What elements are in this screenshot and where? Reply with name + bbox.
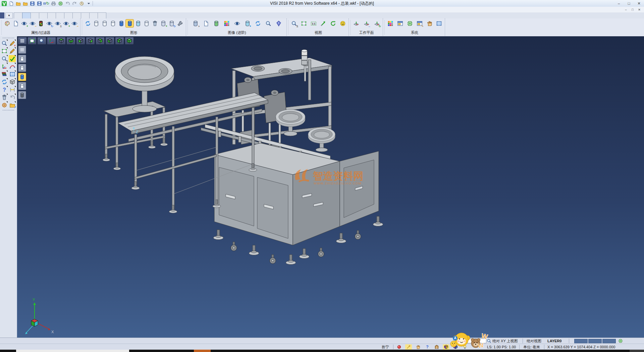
view-cube-bottom-icon[interactable] <box>66 37 75 45</box>
select-zoom-icon[interactable] <box>1 40 8 47</box>
visi-logo-icon[interactable] <box>1 1 7 6</box>
confirm-check-icon[interactable] <box>9 55 16 62</box>
view-cube-iso-icon[interactable] <box>115 37 124 45</box>
mdi-restore-button[interactable]: □ <box>629 8 636 11</box>
menu-系统[interactable] <box>66 7 72 12</box>
menu-尺寸标注[interactable] <box>54 7 60 12</box>
shaded-edges-body-icon[interactable] <box>126 19 133 27</box>
mdi-close-button[interactable]: ✕ <box>636 8 643 11</box>
status-cube-icon[interactable] <box>443 344 449 350</box>
3d-model[interactable]: Z 智造资料网 WWW.ZHIZAOZILIAO.COM <box>17 36 644 338</box>
delete-icon[interactable] <box>1 94 8 101</box>
save-body-icon[interactable]: + <box>159 19 167 27</box>
display-hidden-icon[interactable] <box>18 64 26 72</box>
history-icon[interactable] <box>78 1 85 6</box>
quick-access-dropdown-icon[interactable] <box>86 1 92 6</box>
save-sync-icon[interactable]: ↻ <box>43 1 49 6</box>
view-cube-top-icon[interactable] <box>57 37 66 45</box>
attribute-palette-icon[interactable] <box>3 19 11 27</box>
view-mode-label[interactable]: 绝对视图 <box>527 338 541 344</box>
view-cube-right-icon[interactable] <box>86 37 95 45</box>
page-preview-icon[interactable] <box>12 19 19 27</box>
search-input[interactable] <box>453 339 486 343</box>
tab-建模[interactable] <box>39 12 48 18</box>
layer-stack-icon[interactable] <box>1 71 8 78</box>
zoom-dynamic-icon[interactable]: ± <box>290 19 298 27</box>
status-help-icon[interactable] <box>424 344 431 350</box>
redo-icon[interactable] <box>71 1 77 6</box>
body-tools-icon[interactable] <box>176 19 184 27</box>
spline-icon[interactable] <box>9 63 16 70</box>
visibility-plus-icon[interactable]: + <box>62 19 70 27</box>
tab-曲面[interactable] <box>47 12 56 18</box>
undo-icon[interactable] <box>64 1 70 6</box>
status-package-icon[interactable] <box>433 344 440 350</box>
display-list-icon[interactable] <box>18 46 26 54</box>
menu-?[interactable] <box>109 7 115 12</box>
blue-grid-icon[interactable] <box>9 71 16 78</box>
open-file-icon[interactable] <box>15 1 21 6</box>
menu-塑模[interactable] <box>85 7 91 12</box>
view-list-icon[interactable] <box>18 37 27 45</box>
tab-尺寸[interactable] <box>56 12 64 18</box>
active-layer-label[interactable]: LAYER0 <box>547 338 561 344</box>
menu-工程图[interactable] <box>60 7 66 12</box>
units-readout[interactable]: 单位: 毫米 <box>523 344 540 350</box>
menu-实体编辑[interactable] <box>30 7 36 12</box>
menu-冲模[interactable] <box>91 7 97 12</box>
zoom-box-icon[interactable] <box>1 47 8 54</box>
mdi-minimize-button[interactable]: – <box>623 8 629 11</box>
view-magnifier-icon[interactable] <box>37 37 46 45</box>
search-icon[interactable] <box>486 338 492 344</box>
tab-应用[interactable] <box>64 12 73 18</box>
ghost-body-icon[interactable] <box>109 19 117 27</box>
zoom-1to1-icon[interactable] <box>310 19 317 27</box>
workplane-icon[interactable] <box>352 19 360 27</box>
view-cube-back-icon[interactable] <box>105 37 114 45</box>
menu-标准件[interactable] <box>97 7 103 12</box>
display-shaded-icon[interactable] <box>18 73 26 81</box>
erase-sketch-icon[interactable]: ✕ <box>9 40 16 47</box>
display-wire-icon[interactable] <box>18 55 26 63</box>
visibility-toggle-icon[interactable]: ± <box>54 19 61 27</box>
status-view-cube-icon[interactable] <box>452 344 459 350</box>
minimize-button[interactable]: – <box>614 0 624 7</box>
menu-加工[interactable] <box>78 7 85 12</box>
status-lamp-icon[interactable] <box>462 344 468 350</box>
visibility-minus-icon[interactable]: − <box>70 19 78 27</box>
status-hand-icon[interactable] <box>415 344 421 350</box>
view-reference-label[interactable]: 绝对 XY 上视图 <box>492 338 518 344</box>
measure-icon[interactable] <box>9 86 16 93</box>
refresh-view-icon[interactable] <box>1 78 8 85</box>
menu-网格[interactable] <box>18 7 24 12</box>
menu-视窗[interactable] <box>72 7 78 12</box>
new-file-icon[interactable] <box>8 1 14 6</box>
zoom-plusminus-icon[interactable]: ± <box>1 55 8 62</box>
view-axis-icon[interactable] <box>47 37 56 45</box>
image-page-icon[interactable] <box>202 19 210 27</box>
taskbar-active-button[interactable] <box>194 350 211 352</box>
workplane-rotate-icon[interactable]: ↻ <box>373 19 381 27</box>
regen-graphics-icon[interactable] <box>84 19 92 27</box>
view-cube-left-icon[interactable] <box>76 37 85 45</box>
save-as-icon[interactable] <box>36 1 42 6</box>
menu-模流分析[interactable] <box>103 7 109 12</box>
render-refresh-icon[interactable] <box>254 19 262 27</box>
advanced-visibility-icon[interactable] <box>233 19 241 27</box>
show-remove-icon[interactable]: − <box>29 19 36 27</box>
outline-body-icon[interactable] <box>143 19 150 27</box>
hidden-line-body-icon[interactable] <box>101 19 108 27</box>
axis-triad-icon[interactable] <box>1 63 8 70</box>
status-sphere-icon[interactable] <box>396 344 402 350</box>
online-globe-icon[interactable] <box>617 338 624 344</box>
save-icon[interactable] <box>29 1 35 6</box>
zoom-arrow-icon[interactable] <box>319 19 327 27</box>
menu-文件[interactable] <box>0 7 6 12</box>
wireframe-body-icon[interactable] <box>92 19 100 27</box>
zoom-window-icon[interactable] <box>300 19 308 27</box>
highlight-body-icon[interactable]: ✦ <box>244 19 251 27</box>
filter-traffic-light-icon[interactable] <box>37 19 45 27</box>
refresh-visibility-icon[interactable]: ↻ <box>45 19 53 27</box>
taskbar-tray[interactable] <box>630 350 644 352</box>
display-dark-icon[interactable] <box>18 91 26 99</box>
